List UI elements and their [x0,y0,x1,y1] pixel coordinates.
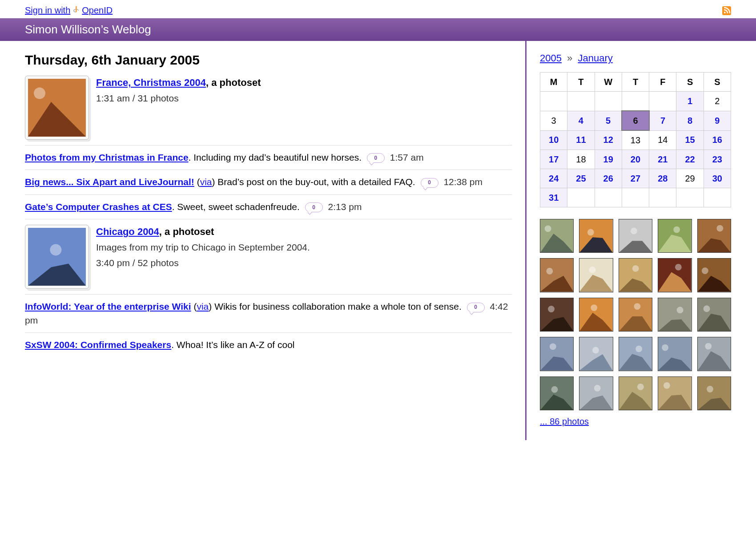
photo-thumb[interactable] [619,337,652,371]
cal-cell [622,188,649,207]
entry-title-link[interactable]: Gate’s Computer Crashes at CES [25,202,172,212]
svg-point-34 [675,264,682,271]
cal-cell[interactable]: 27 [622,169,649,188]
svg-point-79 [664,382,670,389]
main-column: Thursday, 6th January 2005 France, Chris… [0,41,525,440]
photo-thumb[interactable] [579,337,613,371]
photo-thumb[interactable] [658,258,692,292]
photo-thumb[interactable] [540,337,574,371]
svg-point-40 [548,306,555,312]
photo-thumb[interactable] [697,258,731,292]
comment-bubble[interactable]: 0 [305,202,323,212]
cal-cell: 2 [704,92,731,111]
photo-thumb[interactable] [540,376,574,410]
photo-thumb[interactable] [658,219,692,253]
cal-cell[interactable]: 30 [704,169,731,188]
svg-point-28 [589,267,596,273]
photo-thumb[interactable] [658,298,692,332]
comment-bubble[interactable]: 0 [421,178,438,188]
svg-point-19 [673,227,680,233]
svg-point-1 [724,12,726,13]
photo-thumb[interactable] [619,258,652,292]
openid-word: OpenID [82,5,113,16]
photo-thumb[interactable] [540,258,574,292]
cal-cell[interactable]: 25 [567,169,595,188]
photo-thumb[interactable] [658,376,692,410]
cal-cell[interactable]: 16 [704,130,731,150]
cal-cell[interactable]: 31 [540,188,567,207]
photo-thumb[interactable] [579,376,613,410]
rss-link[interactable] [722,6,731,15]
entry: InfoWorld: Year of the enterprise Wiki (… [25,294,512,332]
photo-thumb[interactable] [579,219,613,253]
cal-day-header: S [676,73,704,92]
cal-cell[interactable]: 11 [567,130,595,150]
photo-thumb[interactable] [619,376,652,410]
photo-thumb[interactable] [697,376,731,410]
comment-bubble[interactable]: 0 [367,153,385,163]
cal-day-header: T [567,73,595,92]
cal-cell[interactable]: 26 [595,169,622,188]
photoset-thumb[interactable] [25,225,89,289]
cal-cell[interactable]: 12 [595,130,622,150]
cal-cell [595,188,622,207]
comment-bubble[interactable]: 0 [467,303,485,312]
photoset-title-link[interactable]: France, Christmas 2004 [96,77,206,88]
photoset-thumb[interactable] [25,76,89,140]
cal-cell[interactable]: 1 [676,92,704,111]
cal-cell[interactable]: 28 [649,169,676,188]
svg-point-22 [716,225,723,232]
entry-title-link[interactable]: InfoWorld: Year of the enterprise Wiki [25,301,191,312]
svg-point-7 [50,244,61,256]
photo-thumb[interactable] [697,337,731,371]
cal-cell[interactable]: 23 [704,150,731,169]
svg-point-61 [635,346,642,352]
photoset-title-link[interactable]: Chicago 2004 [96,226,159,237]
photoset-suffix: , a photoset [159,226,214,237]
cal-cell[interactable]: 4 [567,111,595,130]
photo-thumb[interactable] [658,337,692,371]
crumb-month[interactable]: January [578,53,612,64]
cal-cell[interactable]: 15 [676,130,704,150]
photo-thumb[interactable] [697,298,731,332]
via-link[interactable]: via [200,177,212,187]
photos-more-link[interactable]: ... 86 photos [540,417,589,426]
entry-title-link[interactable]: Big news... Six Apart and LiveJournal! [25,177,194,187]
signin-openid-link[interactable]: Sign in with OpenID [25,5,113,16]
cal-cell[interactable]: 21 [649,150,676,169]
photo-thumb-grid [540,219,731,410]
cal-cell[interactable]: 19 [595,150,622,169]
cal-cell[interactable]: 7 [649,111,676,130]
entry-title-link[interactable]: Photos from my Christmas in France [25,152,189,162]
crumb-year[interactable]: 2005 [540,53,562,64]
cal-cell[interactable]: 17 [540,150,567,169]
photo-thumb[interactable] [619,298,652,332]
photo-thumb[interactable] [697,219,731,253]
photo-thumb[interactable] [540,219,574,253]
svg-point-25 [546,268,553,275]
entry-body: . Sweet, sweet schadenfreude. [172,202,300,212]
cal-cell[interactable]: 24 [540,169,567,188]
photo-thumb[interactable] [579,258,613,292]
via-link[interactable]: via [197,301,209,312]
cal-cell[interactable]: 5 [595,111,622,130]
cal-cell[interactable]: 22 [676,150,704,169]
cal-cell[interactable]: 10 [540,130,567,150]
entry-title-link[interactable]: SxSW 2004: Confirmed Speakers [25,340,171,350]
svg-point-58 [592,347,599,354]
svg-point-10 [545,225,551,232]
photo-thumb[interactable] [579,298,613,332]
svg-point-52 [703,305,710,312]
entry-time: 1:57 am [390,152,424,162]
cal-cell[interactable]: 9 [704,111,731,130]
cal-cell[interactable]: 20 [622,150,649,169]
entry: Big news... Six Apart and LiveJournal! (… [25,170,512,194]
cal-day-header: W [595,73,622,92]
photo-thumb[interactable] [619,219,652,253]
svg-point-67 [705,343,712,350]
entry: Chicago 2004, a photosetImages from my t… [25,219,512,294]
cal-cell[interactable]: 8 [676,111,704,130]
cal-cell[interactable]: 6 [622,111,649,130]
photo-thumb[interactable] [540,298,574,332]
entry-time: 12:38 pm [443,177,483,187]
